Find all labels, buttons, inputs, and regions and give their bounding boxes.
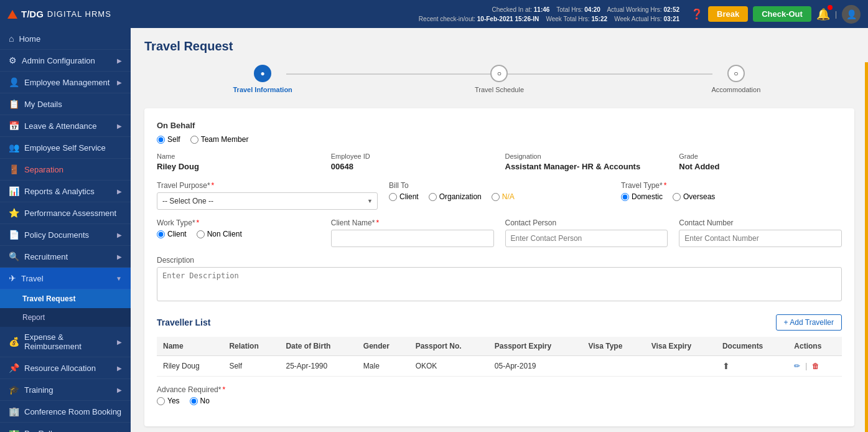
- checkout-button[interactable]: Check-Out: [753, 6, 811, 22]
- traveller-table-body: Riley Doug Self 25-Apr-1990 Male OKOK 05…: [157, 356, 842, 377]
- designation-value: Assistant Manager- HR & Accounts: [505, 162, 668, 171]
- row-gender: Male: [357, 356, 409, 377]
- sidebar-item-recruitment[interactable]: 🔍 Recruitment ▶: [0, 246, 131, 268]
- sidebar-item-reports[interactable]: 📊 Reports & Analytics ▶: [0, 181, 131, 202]
- sidebar: ⌂ Home ⚙ Admin Configuration ▶ 👤 Employe…: [0, 28, 131, 432]
- traveller-list-title: Traveller List: [157, 317, 210, 327]
- overseas-radio-label[interactable]: Overseas: [673, 192, 715, 201]
- add-traveller-button[interactable]: + Add Traveller: [776, 314, 842, 331]
- domestic-radio-label[interactable]: Domestic: [621, 192, 663, 201]
- edit-icon[interactable]: ✏: [794, 362, 800, 370]
- col-name: Name: [157, 337, 223, 356]
- step-travel-info: ● Travel Information: [144, 65, 381, 93]
- client-work-radio[interactable]: [157, 230, 165, 238]
- chevron-down-icon: ▼: [116, 275, 122, 282]
- na-radio-label[interactable]: N/A: [492, 192, 515, 201]
- delete-icon[interactable]: 🗑: [812, 362, 819, 370]
- home-icon: ⌂: [9, 34, 14, 44]
- sidebar-item-separation[interactable]: 🚪 Separation: [0, 159, 131, 181]
- user-avatar[interactable]: 👤: [842, 5, 861, 24]
- step-circle-1: ●: [254, 65, 271, 82]
- col-relation: Relation: [223, 337, 279, 356]
- ess-icon: 👥: [9, 143, 19, 153]
- sidebar-item-travel[interactable]: ✈ Travel ▼: [0, 268, 131, 289]
- row-visa-type: [582, 356, 645, 377]
- contact-number-input[interactable]: [679, 230, 842, 247]
- stepper: ● Travel Information ○ Travel Schedule ○…: [144, 65, 854, 93]
- advance-no-radio[interactable]: [190, 397, 198, 405]
- advance-radio-group: Yes No: [157, 397, 842, 405]
- sidebar-item-training[interactable]: 🎓 Training ▶: [0, 379, 131, 401]
- domestic-radio[interactable]: [621, 193, 629, 201]
- col-visa-type: Visa Type: [582, 337, 645, 356]
- sidebar-item-resource[interactable]: 📌 Resource Allocation ▶: [0, 357, 131, 379]
- sidebar-item-performance[interactable]: ⭐ Performance Assessment: [0, 202, 131, 224]
- chevron-right-icon2: ▶: [117, 79, 122, 86]
- step-label-1: Travel Information: [233, 86, 292, 93]
- col-passport: Passport No.: [409, 337, 488, 356]
- total-hrs: 04:20: [584, 6, 600, 13]
- sidebar-item-payroll[interactable]: 💵 PayRoll ▶: [0, 423, 131, 432]
- organization-radio-label[interactable]: Organization: [429, 192, 482, 201]
- overseas-radio-text: Overseas: [683, 192, 715, 201]
- advance-yes-radio[interactable]: [157, 397, 165, 405]
- sidebar-subitem-travel-request[interactable]: Travel Request: [0, 289, 131, 308]
- sidebar-item-admin[interactable]: ⚙ Admin Configuration ▶: [0, 50, 131, 72]
- client-name-input[interactable]: [331, 230, 494, 247]
- sidebar-label-mydetails: My Details: [24, 100, 62, 109]
- notifications-bell[interactable]: 🔔: [816, 7, 830, 21]
- sidebar-label-expense: Expense & Reimbursement: [24, 332, 117, 351]
- admin-icon: ⚙: [9, 55, 17, 65]
- topbar-actions: ❓ Break Check-Out 🔔 | 👤: [691, 5, 861, 24]
- sidebar-item-ess[interactable]: 👥 Employee Self Service: [0, 137, 131, 159]
- description-input[interactable]: [157, 267, 842, 301]
- row-documents[interactable]: ⬆: [716, 356, 788, 377]
- client-radio[interactable]: [389, 193, 397, 201]
- contact-person-input[interactable]: [505, 230, 668, 247]
- advance-yes-label[interactable]: Yes: [157, 397, 180, 405]
- travel-purpose-select[interactable]: -- Select One --: [157, 192, 378, 210]
- sidebar-item-expense[interactable]: 💰 Expense & Reimbursement ▶: [0, 327, 131, 357]
- sidebar-label-payroll: PayRoll: [24, 429, 52, 433]
- na-radio[interactable]: [492, 193, 500, 201]
- week-actual-label: Week Actual Hrs:: [614, 16, 662, 22]
- chevron-right-icon3: ▶: [117, 123, 122, 129]
- actual-hrs: 02:52: [663, 6, 679, 13]
- upload-icon[interactable]: ⬆: [722, 361, 730, 371]
- grade-label: Grade: [679, 153, 842, 160]
- break-button[interactable]: Break: [708, 6, 748, 22]
- na-radio-text: N/A: [502, 192, 515, 201]
- travel-type-label: Travel Type*: [621, 181, 842, 190]
- client-name-field: Client Name*: [331, 218, 494, 247]
- sidebar-item-employee[interactable]: 👤 Employee Management ▶: [0, 72, 131, 93]
- self-radio[interactable]: [157, 136, 165, 144]
- self-radio-label[interactable]: Self: [157, 135, 180, 144]
- chevron-right-icon9: ▶: [117, 387, 122, 393]
- team-member-radio[interactable]: [190, 136, 198, 144]
- sidebar-item-policy[interactable]: 📄 Policy Documents ▶: [0, 224, 131, 246]
- domestic-radio-text: Domestic: [632, 192, 663, 201]
- travel-type-radio-group: Domestic Overseas: [621, 192, 842, 201]
- help-icon[interactable]: ❓: [691, 8, 703, 20]
- designation-label: Designation: [505, 153, 668, 160]
- team-member-radio-label[interactable]: Team Member: [190, 135, 249, 144]
- non-client-radio-label[interactable]: Non Client: [197, 230, 242, 238]
- client-work-radio-label[interactable]: Client: [157, 230, 187, 238]
- non-client-radio[interactable]: [197, 230, 205, 238]
- sidebar-item-home[interactable]: ⌂ Home: [0, 28, 131, 50]
- chevron-right-icon: ▶: [117, 57, 122, 64]
- client-radio-label[interactable]: Client: [389, 192, 419, 201]
- row-dob: 25-Apr-1990: [279, 356, 357, 377]
- sidebar-item-confroom[interactable]: 🏢 Conference Room Booking: [0, 401, 131, 423]
- sidebar-label-training: Training: [24, 385, 53, 395]
- col-dob: Date of Birth: [279, 337, 357, 356]
- team-member-radio-text: Team Member: [201, 135, 249, 144]
- sidebar-subitem-travel-report[interactable]: Report: [0, 308, 131, 327]
- overseas-radio[interactable]: [673, 193, 681, 201]
- organization-radio[interactable]: [429, 193, 437, 201]
- training-icon: 🎓: [9, 385, 19, 395]
- self-radio-text: Self: [167, 135, 180, 144]
- sidebar-item-leave[interactable]: 📅 Leave & Attendance ▶: [0, 115, 131, 137]
- advance-no-label[interactable]: No: [190, 397, 210, 405]
- sidebar-item-mydetails[interactable]: 📋 My Details: [0, 93, 131, 115]
